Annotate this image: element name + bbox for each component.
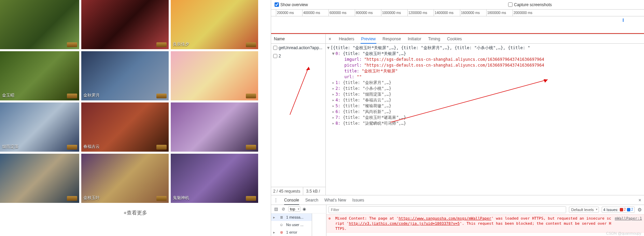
wallpaper-card[interactable] bbox=[171, 51, 258, 100]
tick: 1400000 ms bbox=[434, 10, 460, 16]
console-sidebar: ▸≣1 messa... ☺No user ... ▸⊗1 error bbox=[271, 213, 312, 236]
wallpaper-card[interactable] bbox=[81, 0, 169, 49]
checkbox-icon[interactable] bbox=[273, 46, 277, 50]
json-value[interactable]: "https://sgs-default.oss-cn-shanghai.ali… bbox=[364, 57, 544, 62]
clear-console-icon[interactable]: ⊘ bbox=[281, 206, 286, 212]
sidebar-toggle-icon[interactable]: ▤ bbox=[273, 206, 279, 212]
tick: 1800000 ms bbox=[486, 10, 513, 16]
context-select[interactable]: top bbox=[288, 206, 300, 212]
tick: 600000 ms bbox=[328, 10, 355, 16]
transfer-size: 3.5 kB / bbox=[306, 187, 323, 195]
network-footer: 2 / 45 requests 3.5 kB / bbox=[271, 187, 325, 195]
tab-cookies[interactable]: Cookies bbox=[446, 34, 462, 44]
network-requests-list: Name getUnread.action?app... 2 2 / 45 re… bbox=[271, 34, 326, 195]
wallpaper-card[interactable] bbox=[171, 102, 258, 152]
annotation-arrow bbox=[387, 78, 551, 126]
console-drawer: ⋮ Console Search What's New Issues × ▤ ⊘… bbox=[271, 195, 644, 236]
wallpaper-card[interactable] bbox=[0, 0, 79, 49]
show-overview-checkbox[interactable]: Show overview bbox=[275, 2, 308, 7]
json-item[interactable]: {title: "金枝玉叶*关银屏",…} bbox=[343, 51, 406, 56]
overview-bar: Show overview Capture screenshots bbox=[271, 0, 644, 10]
drawer-tab-console[interactable]: Console bbox=[284, 195, 299, 205]
capture-screenshots-checkbox[interactable]: Capture screenshots bbox=[508, 2, 552, 7]
wallpaper-card[interactable]: 春福吉云 bbox=[81, 102, 169, 152]
tab-preview[interactable]: Preview bbox=[361, 34, 377, 44]
wallpaper-card[interactable]: 金秋霁月 bbox=[81, 51, 169, 100]
issues-badge[interactable]: 4 Issues: 2 2 bbox=[602, 207, 635, 213]
timeline-overview[interactable]: 200000 ms 400000 ms 600000 ms 800000 ms … bbox=[271, 10, 644, 34]
wallpaper-card[interactable]: 烟雨淀藻 bbox=[0, 102, 79, 152]
wallpaper-card[interactable]: 金玉昭 bbox=[0, 51, 79, 100]
name-column-header[interactable]: Name bbox=[271, 34, 325, 44]
annotation-arrow bbox=[271, 60, 325, 187]
webpage-gallery: 良辰佳夕 金玉昭 金秋霁月 烟雨淀藻 春福吉云 金枝玉叶 鬼魅神机 +查看更多 bbox=[0, 0, 271, 236]
tick: 2000000 ms bbox=[513, 10, 539, 16]
wallpaper-card[interactable]: 鬼魅神机 bbox=[171, 154, 258, 203]
detail-tabs: × Headers Preview Response Initiator Tim… bbox=[326, 34, 644, 44]
svg-marker-3 bbox=[544, 79, 548, 83]
close-drawer-icon[interactable]: × bbox=[639, 197, 641, 203]
request-row[interactable]: getUnread.action?app... bbox=[271, 44, 325, 52]
tick: 1000000 ms bbox=[381, 10, 407, 16]
card-grid: 良辰佳夕 金玉昭 金秋霁月 烟雨淀藻 春福吉云 金枝玉叶 鬼魅神机 bbox=[0, 0, 271, 203]
levels-dropdown[interactable]: Default levels bbox=[569, 207, 599, 213]
message-source-link[interactable]: mWallPaper:1 bbox=[615, 216, 642, 231]
sidebar-errors[interactable]: ▸⊗1 error bbox=[271, 228, 312, 236]
console-error-message[interactable]: ⊗ Mixed Content: The page at 'https://ww… bbox=[326, 214, 644, 233]
wallpaper-card[interactable] bbox=[0, 154, 79, 203]
tab-headers[interactable]: Headers bbox=[338, 34, 355, 44]
tick: 1600000 ms bbox=[460, 10, 486, 16]
drawer-tab-search[interactable]: Search bbox=[305, 195, 318, 205]
json-value[interactable]: "" bbox=[357, 74, 362, 79]
tick: 800000 ms bbox=[355, 10, 381, 16]
json-root[interactable]: [{title: "金枝玉叶*关银屏",…}, {title: "金秋霁月",…… bbox=[331, 45, 530, 50]
filter-input[interactable] bbox=[328, 206, 566, 213]
svg-line-0 bbox=[290, 67, 309, 115]
gear-icon[interactable]: ⚙ bbox=[638, 207, 642, 212]
json-value[interactable]: "金枝玉叶*关银屏" bbox=[362, 69, 398, 73]
json-value[interactable]: "https://sgs-default.oss-cn-shanghai.ali… bbox=[364, 63, 544, 68]
console-toolbar: ▤ ⊘ top▾ ◉ bbox=[271, 205, 326, 213]
wallpaper-card[interactable]: 良辰佳夕 bbox=[171, 0, 258, 49]
error-icon: ⊗ bbox=[328, 216, 333, 231]
tick: 200000 ms bbox=[276, 10, 302, 16]
tab-initiator[interactable]: Initiator bbox=[407, 34, 422, 44]
close-icon[interactable]: × bbox=[328, 36, 333, 42]
live-expression-icon[interactable]: ◉ bbox=[302, 206, 307, 212]
request-row[interactable]: 2 bbox=[271, 52, 325, 60]
watermark: CSDN @quanmoupy bbox=[606, 231, 641, 235]
tab-response[interactable]: Response bbox=[382, 34, 402, 44]
svg-line-2 bbox=[391, 80, 548, 122]
more-icon[interactable]: ⋮ bbox=[274, 198, 278, 203]
drawer console-tab-issues[interactable]: Issues bbox=[352, 195, 364, 205]
drawer-tabs: ⋮ Console Search What's New Issues × bbox=[271, 195, 644, 205]
drawer-tab-whatsnew[interactable]: What's New bbox=[324, 195, 346, 205]
checkbox-icon[interactable] bbox=[273, 54, 277, 58]
tick: 1200000 ms bbox=[407, 10, 434, 16]
response-preview[interactable]: ▼[{title: "金枝玉叶*关银屏",…}, {title: "金秋霁月",… bbox=[326, 44, 644, 195]
checkbox-icon[interactable] bbox=[508, 2, 513, 7]
requests-count: 2 / 45 requests bbox=[273, 187, 303, 195]
wallpaper-card[interactable]: 金枝玉叶 bbox=[81, 154, 169, 203]
svg-marker-1 bbox=[306, 67, 310, 70]
sidebar-messages[interactable]: ▸≣1 messa... bbox=[271, 213, 312, 221]
devtools-panel: Show overview Capture screenshots 200000… bbox=[271, 0, 644, 236]
sidebar-nouser[interactable]: ☺No user ... bbox=[271, 221, 312, 228]
checkbox-icon[interactable] bbox=[275, 2, 279, 7]
load-more-button[interactable]: +查看更多 bbox=[0, 203, 271, 223]
console-messages[interactable]: ⊗ Mixed Content: The page at 'https://ww… bbox=[326, 214, 644, 236]
console-filter-bar: Default levels 4 Issues: 2 2 ⚙ bbox=[326, 205, 644, 214]
timeline-ruler: 200000 ms 400000 ms 600000 ms 800000 ms … bbox=[271, 10, 644, 16]
timeline-track[interactable] bbox=[271, 16, 644, 34]
tab-timing[interactable]: Timing bbox=[428, 34, 441, 44]
tick: 400000 ms bbox=[302, 10, 328, 16]
